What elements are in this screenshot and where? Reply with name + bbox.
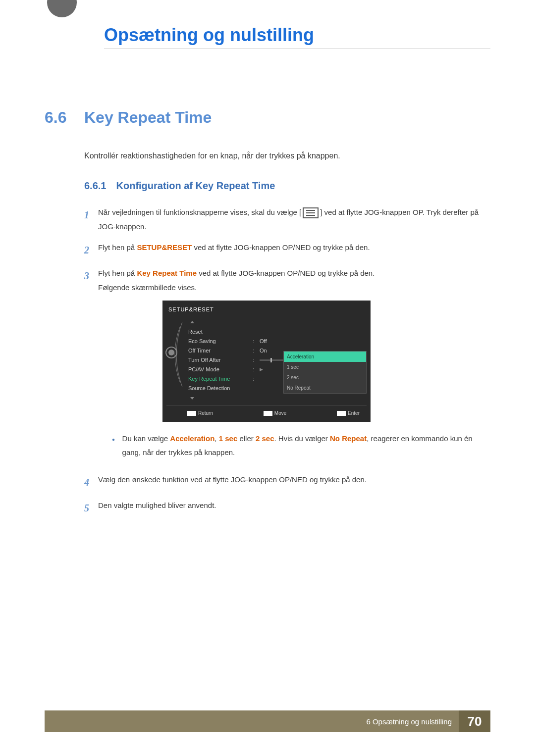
step-3-emphasis: Key Repeat Time: [137, 269, 197, 277]
osd-footer-enter: Enter: [348, 410, 360, 416]
enter-icon: [337, 411, 346, 416]
chevron-down-icon: [190, 397, 194, 400]
step-3-text-c: Følgende skærmbillede vises.: [98, 281, 490, 295]
subsection-number: 6.6.1: [84, 180, 106, 191]
osd-option-acceleration: Acceleration: [284, 352, 366, 362]
move-icon: [264, 411, 272, 416]
step-3: 3 Flyt hen på Key Repeat Time ved at fly…: [84, 266, 490, 466]
section-number: 6.6: [45, 108, 84, 127]
step-3-text-a: Flyt hen på: [98, 269, 137, 277]
emphasis-1sec: 1 sec: [219, 434, 238, 443]
step-number: 2: [84, 241, 98, 259]
subsection-heading: 6.6.1 Konfiguration af Key Repeat Time: [84, 180, 490, 192]
chevron-up-icon: [190, 321, 194, 323]
step-number: 5: [84, 499, 98, 517]
step-2-text-a: Flyt hen på: [98, 243, 137, 252]
osd-dropdown: Acceleration 1 sec 2 sec No Repeat: [283, 351, 367, 394]
osd-item-pcav: PC/AV Mode: [188, 365, 253, 374]
osd-item-eco: Eco Saving: [188, 337, 253, 346]
bullet-note: ● Du kan vælge Acceleration, 1 sec eller…: [112, 432, 490, 460]
return-icon: [187, 411, 196, 416]
emphasis-acceleration: Acceleration: [170, 434, 214, 443]
step-2-text-b: ved at flytte JOG-knappen OP/NED og tryk…: [192, 243, 370, 252]
osd-footer-move: Move: [274, 410, 286, 416]
step-1-text-a: Når vejledningen til funktionsknapperne …: [98, 208, 301, 216]
step-3-text-b: ved at flytte JOG-knappen OP/NED og tryk…: [197, 269, 374, 277]
osd-option-2sec: 2 sec: [284, 372, 366, 383]
osd-title: SETUP&RESET: [166, 303, 367, 318]
emphasis-2sec: 2 sec: [256, 434, 274, 443]
osd-screenshot: SETUP&RESET: [162, 301, 371, 422]
bullet-icon: ●: [112, 432, 122, 444]
osd-item-keyrepeat: Key Repeat Time: [188, 374, 253, 384]
emphasis-norepeat: No Repeat: [330, 434, 367, 443]
step-5: 5 Den valgte mulighed bliver anvendt.: [84, 499, 490, 517]
page-footer: 6 Opsætning og nulstilling 70: [45, 710, 490, 732]
step-number: 3: [84, 266, 98, 285]
menu-icon: [303, 207, 319, 218]
section-heading: 6.6 Key Repeat Time: [45, 108, 490, 127]
footer-chapter-label: 6 Opsætning og nulstilling: [366, 717, 459, 726]
osd-item-reset: Reset: [188, 327, 253, 337]
osd-item-offtimer: Off Timer: [188, 346, 253, 355]
osd-option-1sec: 1 sec: [284, 362, 366, 372]
section-intro: Kontrollér reaktionshastigheden for en k…: [84, 151, 490, 160]
step-4-text: Vælg den ønskede funktion ved at flytte …: [98, 473, 490, 487]
step-4: 4 Vælg den ønskede funktion ved at flytt…: [84, 473, 490, 492]
step-number: 1: [84, 205, 98, 224]
chapter-title: Opsætning og nulstilling: [104, 25, 490, 49]
subsection-title: Konfiguration af Key Repeat Time: [116, 180, 275, 191]
osd-value-offtimer: On: [260, 346, 267, 356]
step-5-text: Den valgte mulighed bliver anvendt.: [98, 499, 490, 513]
step-1: 1 Når vejledningen til funktionsknappern…: [84, 205, 490, 234]
chapter-badge: [37, 0, 84, 30]
osd-item-turnoff: Turn Off After: [188, 355, 253, 365]
osd-value-eco: Off: [260, 336, 267, 347]
osd-item-source: Source Detection: [188, 384, 253, 393]
footer-page-number: 70: [459, 710, 490, 732]
step-2: 2 Flyt hen på SETUP&RESET ved at flytte …: [84, 241, 490, 259]
step-2-emphasis: SETUP&RESET: [137, 243, 192, 252]
gear-icon: [165, 347, 177, 358]
osd-footer: Return Move Enter: [166, 405, 367, 418]
osd-footer-return: Return: [198, 410, 213, 416]
section-title: Key Repeat Time: [84, 108, 212, 127]
step-number: 4: [84, 473, 98, 492]
osd-option-norepeat: No Repeat: [284, 383, 366, 393]
